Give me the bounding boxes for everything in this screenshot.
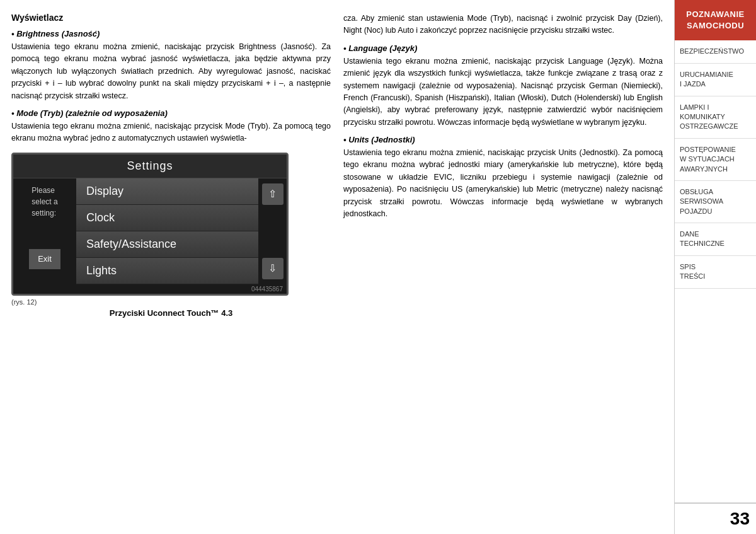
language-title: Language (Język) <box>343 44 663 53</box>
mode-body-continuation: cza. Aby zmienić stan ustawienia Mode (T… <box>343 13 663 37</box>
screen-left-panel: Pleaseselect asetting: Exit <box>13 178 76 284</box>
down-arrow-icon[interactable]: ⇩ <box>262 258 284 279</box>
sidebar-item-lampki[interactable]: LAMPKI IKOMUNIKATYOSTRZEGAWCZE <box>675 96 756 139</box>
sidebar: POZNAWANIESAMOCHODU BEZPIECZEŃSTWO URUCH… <box>674 0 756 534</box>
section-title: Wyświetlacz <box>11 13 331 23</box>
sidebar-bottom: 33 <box>675 502 756 534</box>
screen-menu: Display Clock Safety/Assistance Lights <box>76 178 258 284</box>
sidebar-label-obsluga: OBSŁUGASERWISOWAPOJAZDU <box>680 188 723 215</box>
please-select-text: Pleaseselect asetting: <box>32 185 57 219</box>
screen-header: Settings <box>13 154 287 178</box>
right-column: cza. Aby zmienić stan ustawienia Mode (T… <box>343 13 663 528</box>
sidebar-item-obsluga[interactable]: OBSŁUGASERWISOWAPOJAZDU <box>675 181 756 223</box>
units-title: Units (Jednostki) <box>343 135 663 144</box>
main-content: Wyświetlacz Brightness (Jasność) Ustawie… <box>0 0 674 534</box>
left-column: Wyświetlacz Brightness (Jasność) Ustawie… <box>11 13 331 528</box>
sidebar-label-spis: SPISTREŚCI <box>680 263 705 280</box>
screen-right-icons: ⇧ ⇩ <box>258 178 287 284</box>
sidebar-top-label: POZNAWANIESAMOCHODU <box>686 9 744 30</box>
brightness-title: Brightness (Jasność) <box>11 29 331 38</box>
menu-item-safety[interactable]: Safety/Assistance <box>76 231 258 258</box>
brightness-body: Ustawienia tego ekranu można zmienić, na… <box>11 41 331 102</box>
mode-body: Ustawienia tego ekranu można zmienić, na… <box>11 120 331 145</box>
units-body: Ustawienia tego ekranu można zmienić, na… <box>343 147 663 220</box>
exit-button[interactable]: Exit <box>29 249 60 269</box>
up-arrow-icon[interactable]: ⇧ <box>262 183 284 205</box>
mode-title: Mode (Tryb) (zależnie od wyposażenia) <box>11 108 331 118</box>
menu-item-clock[interactable]: Clock <box>76 205 258 231</box>
sidebar-label-bezpieczenstwo: BEZPIECZEŃSTWO <box>680 47 744 55</box>
sidebar-top: POZNAWANIESAMOCHODU <box>675 0 756 40</box>
sidebar-item-uruchamianie[interactable]: URUCHAMIANIEI JAZDA <box>675 64 756 96</box>
sidebar-item-spis[interactable]: SPISTREŚCI <box>675 256 756 289</box>
screen-image-code: 044435867 <box>13 284 287 294</box>
sidebar-label-dane: DANETECHNICZNE <box>680 230 724 247</box>
sidebar-label-postepowanie: POSTĘPOWANIEW SYTUACJACHAWARYJNYCH <box>680 146 736 173</box>
menu-item-display[interactable]: Display <box>76 178 258 205</box>
language-body: Ustawienia tego ekranu można zmienić, na… <box>343 55 663 129</box>
screen-body: Pleaseselect asetting: Exit Display Cloc… <box>13 178 287 284</box>
sidebar-label-uruchamianie: URUCHAMIANIEI JAZDA <box>680 71 733 88</box>
sidebar-item-postepowanie[interactable]: POSTĘPOWANIEW SYTUACJACHAWARYJNYCH <box>675 139 756 181</box>
figure-caption: (rys. 12) <box>11 298 331 306</box>
screen-container: Settings Pleaseselect asetting: Exit Dis… <box>11 153 331 318</box>
page-number: 33 <box>730 509 750 529</box>
sidebar-label-lampki: LAMPKI IKOMUNIKATYOSTRZEGAWCZE <box>680 103 738 131</box>
menu-item-lights[interactable]: Lights <box>76 258 258 284</box>
sidebar-item-bezpieczenstwo[interactable]: BEZPIECZEŃSTWO <box>675 40 756 63</box>
settings-screen: Settings Pleaseselect asetting: Exit Dis… <box>11 153 289 296</box>
figure-title: Przyciski Uconnect Touch™ 4.3 <box>11 308 331 318</box>
sidebar-item-dane[interactable]: DANETECHNICZNE <box>675 223 756 256</box>
